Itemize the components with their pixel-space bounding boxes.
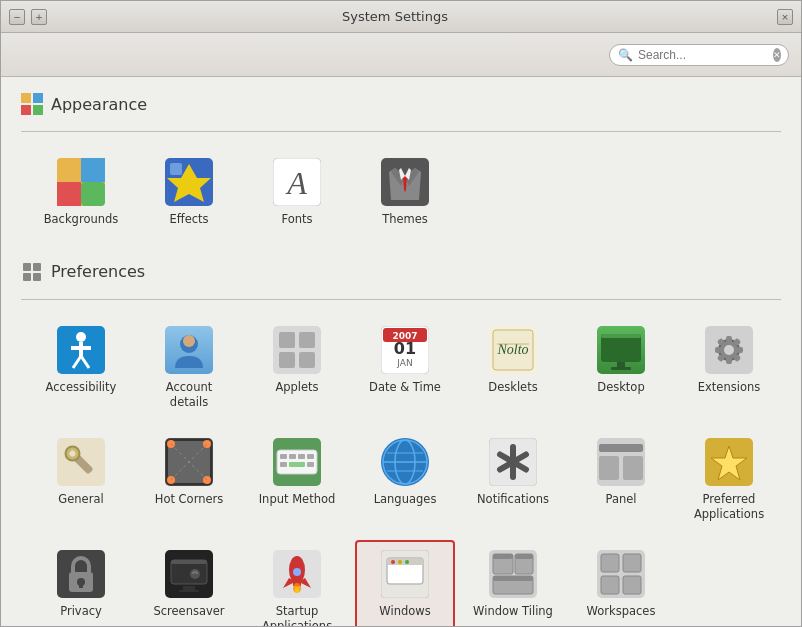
svg-rect-51 (601, 334, 641, 362)
general-label: General (58, 492, 103, 507)
svg-point-35 (183, 335, 195, 347)
svg-rect-26 (33, 273, 41, 281)
svg-rect-136 (493, 576, 533, 581)
search-container: 🔍 ✕ (609, 44, 789, 66)
account-details-label: Account details (145, 380, 233, 410)
svg-rect-5 (57, 158, 81, 182)
item-extensions[interactable]: Extensions (679, 316, 779, 420)
item-account-details[interactable]: Account details (139, 316, 239, 420)
svg-rect-39 (279, 352, 295, 368)
item-input-method[interactable]: Input Method (247, 428, 347, 532)
system-settings-window: − + System Settings × 🔍 ✕ Appearance (0, 0, 802, 627)
windows-label: Windows (379, 604, 430, 619)
item-windows[interactable]: Windows (355, 540, 455, 626)
svg-rect-11 (170, 163, 182, 175)
themes-icon (381, 158, 429, 206)
svg-point-57 (724, 345, 734, 355)
preferences-section-icon (21, 261, 43, 283)
svg-point-119 (293, 568, 301, 576)
screensaver-icon (165, 550, 213, 598)
item-window-tiling[interactable]: Window Tiling (463, 540, 563, 626)
item-desklets[interactable]: Nolto Desklets (463, 316, 563, 420)
desklets-label: Desklets (488, 380, 537, 395)
svg-text:01: 01 (394, 339, 416, 358)
svg-rect-110 (171, 560, 207, 564)
svg-rect-140 (601, 576, 619, 594)
item-workspaces[interactable]: Workspaces (571, 540, 671, 626)
windows-icon (381, 550, 429, 598)
startup-applications-label: Startup Applications (253, 604, 341, 626)
toolbar: 🔍 ✕ (1, 33, 801, 77)
item-effects[interactable]: Effects (139, 148, 239, 237)
date-time-label: Date & Time (369, 380, 441, 395)
close-button[interactable]: × (777, 9, 793, 25)
minimize-button[interactable]: − (9, 9, 25, 25)
main-content: Appearance Backgrounds (1, 77, 801, 626)
extensions-label: Extensions (698, 380, 760, 395)
item-applets[interactable]: Applets (247, 316, 347, 420)
svg-rect-134 (515, 554, 533, 559)
window-controls: − + (9, 9, 47, 25)
svg-rect-107 (79, 582, 83, 588)
svg-rect-84 (280, 462, 287, 467)
svg-rect-24 (33, 263, 41, 271)
svg-rect-7 (57, 182, 81, 206)
appearance-grid: Backgrounds Effects A (21, 148, 781, 237)
svg-point-28 (76, 332, 86, 342)
search-input[interactable] (638, 48, 768, 62)
window-tiling-icon (489, 550, 537, 598)
preferred-applications-icon (705, 438, 753, 486)
date-time-icon: 2007 01 JAN (381, 326, 429, 374)
desktop-icon (597, 326, 645, 374)
item-general[interactable]: General (31, 428, 131, 532)
appearance-section-title: Appearance (51, 95, 147, 114)
item-startup-applications[interactable]: Startup Applications (247, 540, 347, 626)
item-preferred-applications[interactable]: Preferred Applications (679, 428, 779, 532)
svg-rect-3 (33, 105, 43, 115)
item-hot-corners[interactable]: Hot Corners (139, 428, 239, 532)
item-accessibility[interactable]: Accessibility (31, 316, 131, 420)
item-date-time[interactable]: 2007 01 JAN Date & Time (355, 316, 455, 420)
svg-point-129 (405, 560, 409, 564)
backgrounds-label: Backgrounds (44, 212, 119, 227)
svg-rect-25 (23, 273, 31, 281)
startup-applications-icon (273, 550, 321, 598)
item-notifications[interactable]: Notifications (463, 428, 563, 532)
hot-corners-icon (165, 438, 213, 486)
general-icon (57, 438, 105, 486)
svg-rect-54 (611, 367, 631, 370)
svg-rect-112 (183, 586, 195, 590)
maximize-button[interactable]: + (31, 9, 47, 25)
item-themes[interactable]: Themes (355, 148, 455, 237)
item-panel[interactable]: Panel (571, 428, 671, 532)
effects-icon (165, 158, 213, 206)
preferences-section-header: Preferences (21, 261, 781, 283)
svg-rect-86 (307, 462, 314, 467)
svg-rect-99 (599, 456, 619, 480)
svg-rect-138 (601, 554, 619, 572)
svg-text:A: A (285, 165, 307, 201)
item-screensaver[interactable]: Screensaver (139, 540, 239, 626)
applets-label: Applets (275, 380, 318, 395)
workspaces-icon (597, 550, 645, 598)
svg-rect-52 (601, 334, 641, 338)
svg-rect-61 (736, 347, 743, 353)
input-method-icon (273, 438, 321, 486)
svg-rect-37 (279, 332, 295, 348)
item-backgrounds[interactable]: Backgrounds (31, 148, 131, 237)
item-languages[interactable]: Languages (355, 428, 455, 532)
appearance-section-icon (21, 93, 43, 115)
privacy-label: Privacy (60, 604, 102, 619)
window-title: System Settings (47, 9, 743, 24)
item-privacy[interactable]: Privacy (31, 540, 131, 626)
workspaces-label: Workspaces (587, 604, 656, 619)
svg-rect-60 (715, 347, 722, 353)
svg-point-111 (190, 569, 200, 579)
item-desktop[interactable]: Desktop (571, 316, 671, 420)
preferences-section-title: Preferences (51, 262, 145, 281)
search-clear-button[interactable]: ✕ (773, 48, 781, 62)
svg-rect-80 (280, 454, 287, 459)
appearance-divider (21, 131, 781, 132)
item-fonts[interactable]: A Fonts (247, 148, 347, 237)
svg-point-128 (398, 560, 402, 564)
